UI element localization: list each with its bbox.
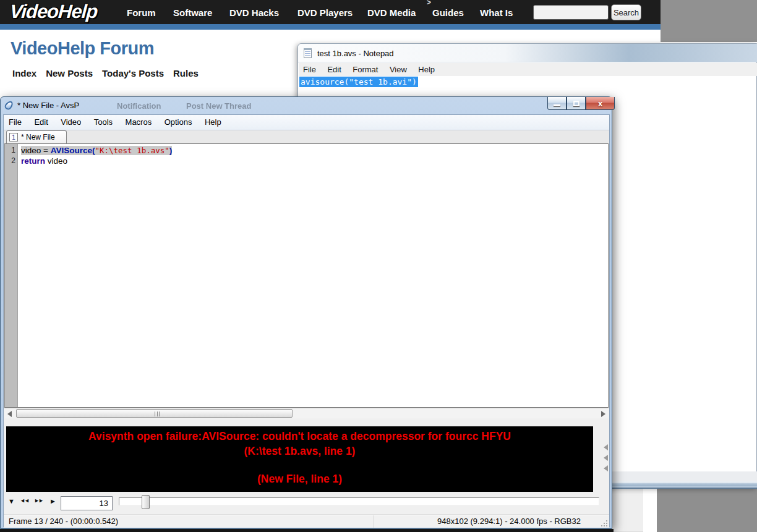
notepad-selected-text[interactable]: avisource("test 1b.avi") bbox=[299, 77, 418, 87]
glass-ghost-text: Post New Thread bbox=[186, 101, 251, 111]
notepad-menu-edit[interactable]: Edit bbox=[323, 63, 345, 76]
notepad-menu-help[interactable]: Help bbox=[414, 63, 439, 76]
close-icon: x bbox=[598, 98, 602, 109]
nav-dvd-players[interactable]: DVD Players bbox=[297, 0, 353, 24]
glass-ghost-text: Notification bbox=[117, 101, 161, 111]
page-title: VideoHelp Forum bbox=[11, 38, 154, 59]
link-rules[interactable]: Rules bbox=[173, 68, 199, 78]
avsp-titlebar[interactable]: * New File - AvsP Notification Post New … bbox=[1, 97, 612, 114]
header-accent-bar bbox=[0, 24, 757, 30]
link-new-posts[interactable]: New Posts bbox=[46, 68, 93, 78]
nav-dvd-hacks[interactable]: DVD Hacks bbox=[229, 0, 279, 24]
stray-caret: > bbox=[427, 0, 431, 7]
line-number: 1 bbox=[11, 146, 15, 154]
video-preview-pane: Avisynth open failure:AVISource: couldn'… bbox=[6, 426, 593, 492]
notepad-menu-view[interactable]: View bbox=[385, 63, 411, 76]
frame-number-input[interactable] bbox=[61, 496, 113, 510]
window-bottom-edge bbox=[0, 529, 614, 532]
close-button[interactable]: x bbox=[586, 97, 615, 110]
tab-new-file[interactable]: 1 * New File bbox=[6, 130, 67, 143]
link-todays-posts[interactable]: Today's Posts bbox=[102, 68, 164, 78]
pane-arrow-icon[interactable] bbox=[604, 465, 608, 471]
code-line-1[interactable]: video = AVISource("K:\test 1b.avs") bbox=[21, 146, 172, 155]
avsp-client-area: File Edit Video Tools Macros Options Hel… bbox=[3, 114, 610, 527]
notepad-menu-file[interactable]: File bbox=[299, 63, 320, 76]
avsp-menu-video[interactable]: Video bbox=[56, 115, 86, 129]
avsp-menu-file[interactable]: File bbox=[4, 115, 27, 129]
avsp-tab-bar: 1 * New File bbox=[4, 130, 609, 143]
notepad-menu-format[interactable]: Format bbox=[348, 63, 382, 76]
search-button[interactable]: Search bbox=[611, 4, 641, 20]
background-window-fragment-top bbox=[661, 0, 757, 42]
avisynth-error-line-2: (K:\test 1b.avs, line 1) bbox=[6, 445, 593, 458]
notepad-menubar: File Edit Format View Help bbox=[299, 63, 757, 76]
tab-number-icon: 1 bbox=[9, 133, 18, 141]
notepad-titlebar[interactable]: test 1b.avs - Notepad bbox=[298, 44, 757, 62]
site-header: VideoHelp Forum Software DVD Hacks DVD P… bbox=[0, 0, 757, 24]
scroll-right-icon[interactable] bbox=[601, 411, 605, 417]
avisynth-error-line-3: (New File, line 1) bbox=[6, 473, 593, 486]
videohelp-logo[interactable]: VideoHelp bbox=[9, 1, 98, 23]
window-buttons: x bbox=[547, 97, 615, 110]
play-button[interactable]: ► bbox=[49, 497, 56, 505]
line-number: 2 bbox=[11, 156, 15, 165]
playback-controls: ▼ ◄◄ ►► ► bbox=[4, 494, 609, 513]
code-line-2[interactable]: return video bbox=[21, 156, 67, 166]
tab-label: * New File bbox=[21, 133, 55, 141]
status-video-info: 948x102 (9.294:1) - 24.000 fps - RGB32 bbox=[437, 517, 581, 526]
avsp-app-icon bbox=[4, 99, 15, 111]
maximize-icon bbox=[573, 101, 580, 106]
background-window-fragment-bottom bbox=[657, 488, 757, 532]
nav-forum[interactable]: Forum bbox=[127, 0, 156, 24]
frame-slider-track[interactable] bbox=[119, 497, 599, 505]
resize-grip[interactable] bbox=[601, 520, 607, 526]
avsp-menu-macros[interactable]: Macros bbox=[121, 115, 157, 129]
avsp-menu-tools[interactable]: Tools bbox=[89, 115, 118, 129]
step-back-button[interactable]: ◄◄ bbox=[20, 497, 28, 504]
nav-guides[interactable]: Guides bbox=[432, 0, 464, 24]
frame-slider-thumb[interactable] bbox=[142, 495, 150, 509]
step-forward-button[interactable]: ►► bbox=[34, 497, 43, 504]
screen: VideoHelp Forum Software DVD Hacks DVD P… bbox=[0, 0, 757, 532]
avsp-menubar: File Edit Video Tools Macros Options Hel… bbox=[4, 115, 609, 130]
forum-links: Index New Posts Today's Posts Rules bbox=[12, 68, 199, 78]
avsp-menu-options[interactable]: Options bbox=[160, 115, 197, 129]
link-index[interactable]: Index bbox=[12, 68, 36, 78]
pane-arrow-icon[interactable] bbox=[604, 455, 608, 461]
video-menu-button[interactable]: ▼ bbox=[8, 497, 15, 505]
status-bar: Frame 13 / 240 - (00:00:0.542) 948x102 (… bbox=[4, 514, 609, 528]
maximize-button[interactable] bbox=[567, 97, 586, 110]
notepad-title: test 1b.avs - Notepad bbox=[317, 49, 394, 58]
editor-horizontal-scrollbar[interactable] bbox=[4, 408, 609, 418]
notepad-icon bbox=[304, 48, 312, 58]
minimize-icon bbox=[554, 104, 560, 106]
avsp-window: * New File - AvsP Notification Post New … bbox=[0, 96, 612, 529]
search-input[interactable] bbox=[533, 5, 609, 20]
scrollbar-thumb[interactable] bbox=[16, 409, 293, 418]
nav-dvd-media[interactable]: DVD Media bbox=[367, 0, 416, 24]
scroll-left-icon[interactable] bbox=[7, 411, 12, 417]
avsp-menu-help[interactable]: Help bbox=[200, 115, 226, 129]
avsp-title: * New File - AvsP bbox=[17, 101, 79, 110]
script-editor[interactable]: 1 2 video = AVISource("K:\test 1b.avs") … bbox=[4, 143, 609, 408]
background-page-fragment bbox=[612, 488, 643, 532]
minimize-button[interactable] bbox=[547, 97, 567, 110]
pane-arrow-icon[interactable] bbox=[604, 444, 608, 450]
avsp-menu-edit[interactable]: Edit bbox=[29, 115, 53, 129]
status-frame-info: Frame 13 / 240 - (00:00:0.542) bbox=[9, 517, 118, 526]
avisynth-error-line-1: Avisynth open failure:AVISource: couldn'… bbox=[6, 430, 593, 443]
line-number-gutter: 1 2 bbox=[5, 144, 18, 407]
status-divider bbox=[374, 515, 374, 528]
nav-what-is[interactable]: What Is bbox=[480, 0, 513, 24]
nav-software[interactable]: Software bbox=[173, 0, 212, 24]
